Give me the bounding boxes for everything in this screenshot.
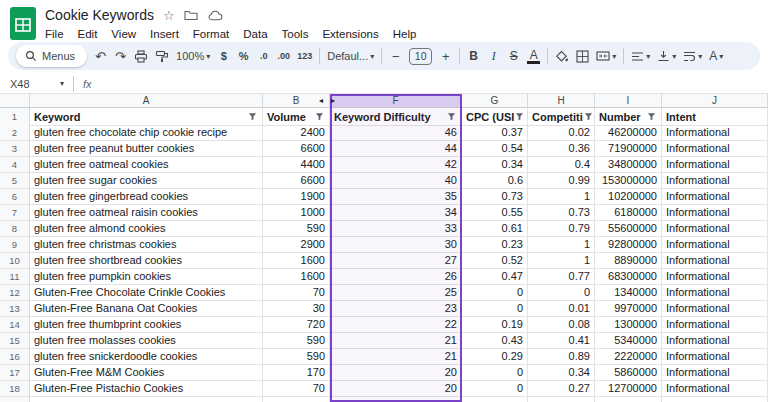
row-number[interactable]: 9 (0, 237, 30, 253)
cell-keyword-difficulty[interactable]: 25 (330, 285, 462, 301)
cell-keyword-difficulty[interactable]: 34 (330, 205, 462, 221)
row-number[interactable]: 12 (0, 285, 30, 301)
select-all-corner[interactable] (0, 94, 30, 108)
format-currency-button[interactable]: $ (217, 50, 230, 62)
cell-keyword[interactable]: gluten free almond cookies (30, 221, 263, 237)
cell-volume[interactable]: 1000 (263, 205, 330, 221)
cell-cpc[interactable]: 0 (462, 381, 528, 397)
hidden-columns-right-arrow[interactable]: ▸ (331, 96, 335, 106)
row-number[interactable]: 7 (0, 205, 30, 221)
menu-tools[interactable]: Tools (275, 27, 316, 41)
cell-cpc[interactable]: 0 (462, 365, 528, 381)
star-icon[interactable]: ☆ (163, 9, 175, 22)
cell-competition[interactable]: 1 (528, 237, 595, 253)
filter-icon[interactable] (446, 111, 457, 122)
cell-number[interactable]: 153000000 (595, 173, 662, 189)
cell-volume[interactable]: 170 (263, 365, 330, 381)
menu-file[interactable]: File (38, 27, 71, 41)
cell-keyword[interactable]: gluten free gingerbread cookies (30, 189, 263, 205)
cell-number[interactable]: 6180000 (595, 205, 662, 221)
cell-competition[interactable]: 0 (528, 285, 595, 301)
cell-keyword-difficulty[interactable]: 40 (330, 173, 462, 189)
cell-volume[interactable]: 70 (263, 285, 330, 301)
column-header-j[interactable]: J (662, 94, 768, 108)
cell-keyword[interactable]: Gluten-Free Pistachio Cookies (30, 381, 263, 397)
cell-competition[interactable]: 1 (528, 253, 595, 269)
cell-number[interactable]: 2220000 (595, 349, 662, 365)
cell-cpc[interactable]: 0.6 (462, 173, 528, 189)
increase-decimals-button[interactable]: .00 (277, 51, 290, 61)
cell-keyword[interactable]: gluten free pumpkin cookies (30, 269, 263, 285)
cell-competition[interactable]: 0.27 (528, 381, 595, 397)
cell-number[interactable]: 46200000 (595, 125, 662, 141)
cell-intent[interactable]: Informational (662, 205, 768, 221)
cell-keyword-difficulty[interactable]: 33 (330, 221, 462, 237)
cell-competition[interactable]: 0.89 (528, 349, 595, 365)
cell-volume[interactable]: 1600 (263, 269, 330, 285)
menu-insert[interactable]: Insert (143, 27, 186, 41)
cell-number[interactable]: 34800000 (595, 157, 662, 173)
cell-keyword-difficulty[interactable]: 21 (330, 349, 462, 365)
menu-edit[interactable]: Edit (71, 27, 105, 41)
header-cell-keyword[interactable]: Keyword (30, 108, 263, 126)
menu-format[interactable]: Format (186, 27, 236, 41)
cell-competition[interactable]: 0.4 (528, 157, 595, 173)
cell-keyword-difficulty[interactable]: 26 (330, 269, 462, 285)
cell-volume[interactable]: 70 (263, 381, 330, 397)
text-rotation-button[interactable]: A ▾ (709, 49, 723, 63)
cell-competition[interactable]: 0.08 (528, 317, 595, 333)
cell-volume[interactable]: 720 (263, 317, 330, 333)
cell-intent[interactable]: Informational (662, 141, 768, 157)
row-number[interactable]: 18 (0, 381, 30, 397)
cell-competition[interactable]: 0.77 (528, 269, 595, 285)
cell-intent[interactable]: Informational (662, 381, 768, 397)
cell-keyword[interactable]: gluten free molasses cookies (30, 333, 263, 349)
document-title[interactable]: Cookie Keywords (45, 7, 154, 23)
name-box[interactable]: X48 ▾ (10, 78, 64, 90)
cell-number[interactable]: 9970000 (595, 301, 662, 317)
cell-cpc[interactable]: 0.43 (462, 333, 528, 349)
fill-color-button[interactable] (555, 50, 569, 63)
cell-intent[interactable]: Informational (662, 221, 768, 237)
filter-icon[interactable] (514, 111, 525, 122)
cell-intent[interactable]: Informational (662, 349, 768, 365)
cell-keyword[interactable]: gluten free oatmeal raisin cookies (30, 205, 263, 221)
cell-number[interactable]: 92800000 (595, 237, 662, 253)
row-number[interactable]: 16 (0, 349, 30, 365)
menus-button[interactable]: Menus (16, 45, 87, 67)
cell-competition[interactable]: 0.79 (528, 221, 595, 237)
cell-keyword-difficulty[interactable]: 35 (330, 189, 462, 205)
cell-intent[interactable]: Informational (662, 301, 768, 317)
cell-number[interactable]: 8890000 (595, 253, 662, 269)
italic-button[interactable]: I (487, 49, 500, 64)
text-color-button[interactable]: A (527, 49, 540, 64)
cell-keyword[interactable]: Gluten-Free M&M Cookies (30, 365, 263, 381)
cell-number[interactable]: 71900000 (595, 141, 662, 157)
cell-cpc[interactable]: 0.47 (462, 269, 528, 285)
header-cell-competition[interactable]: Competiti (528, 108, 595, 126)
redo-button[interactable]: ↷ (114, 49, 127, 64)
cell-volume[interactable]: 2900 (263, 237, 330, 253)
cell-cpc[interactable]: 0.34 (462, 157, 528, 173)
cell-intent[interactable]: Informational (662, 173, 768, 189)
row-number[interactable]: 3 (0, 141, 30, 157)
cell-competition[interactable]: 0.02 (528, 125, 595, 141)
cell-keyword-difficulty[interactable]: 23 (330, 301, 462, 317)
cell-number[interactable]: 10200000 (595, 189, 662, 205)
cell-keyword-difficulty[interactable]: 20 (330, 381, 462, 397)
cell-cpc[interactable]: 0.19 (462, 317, 528, 333)
row-number[interactable]: 15 (0, 333, 30, 349)
cell-keyword[interactable]: gluten free oatmeal cookies (30, 157, 263, 173)
cell-number[interactable]: 12700000 (595, 381, 662, 397)
formula-input[interactable] (101, 74, 768, 93)
cell-competition[interactable]: 0.34 (528, 365, 595, 381)
column-header-g[interactable]: G (462, 94, 528, 108)
cell-volume[interactable]: 2400 (263, 125, 330, 141)
cell-keyword-difficulty[interactable]: 44 (330, 141, 462, 157)
cell-cpc[interactable]: 0.55 (462, 205, 528, 221)
cell-volume[interactable]: 1600 (263, 253, 330, 269)
row-number[interactable]: 13 (0, 301, 30, 317)
cell-keyword[interactable]: gluten free peanut butter cookies (30, 141, 263, 157)
cell-competition[interactable]: 0.01 (528, 301, 595, 317)
cell-keyword-difficulty[interactable]: 30 (330, 237, 462, 253)
